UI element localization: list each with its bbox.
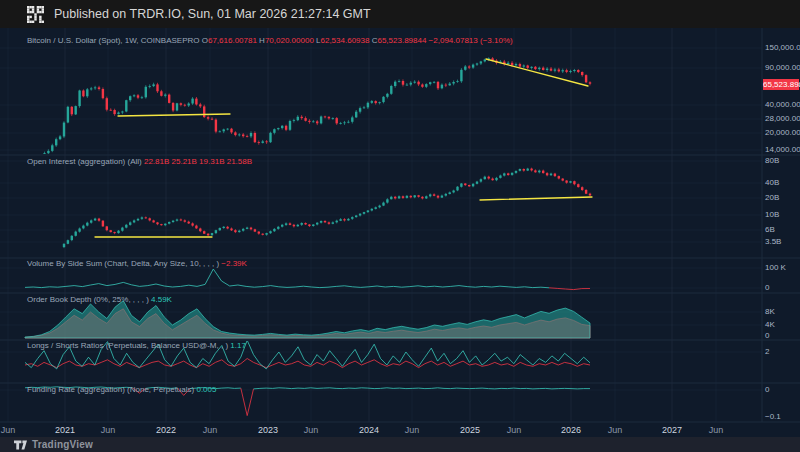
y-axis-label[interactable]: 14,000.00000 — [765, 146, 800, 154]
indicator-title: Order Book Depth (0%, 25%, , , , ) — [27, 295, 149, 304]
y-axis-label[interactable]: 20B — [765, 194, 779, 202]
time-axis-label[interactable]: Jun — [709, 426, 724, 435]
time-axis-label[interactable]: Jun — [203, 426, 218, 435]
legend-value: 70,020.00000 — [265, 36, 314, 45]
y-axis-label[interactable]: 0 — [765, 284, 769, 292]
legend-funding-rate[interactable]: Funding Rate (aggregation) (None, Perpet… — [27, 385, 216, 394]
indicator-title: Funding Rate (aggregation) (None, Perpet… — [27, 385, 194, 394]
trendline[interactable] — [118, 114, 230, 116]
y-axis-label[interactable]: 2 — [765, 348, 769, 356]
legend-value: O — [200, 36, 208, 45]
footer-bar: TradingView — [0, 437, 800, 452]
y-axis-label[interactable]: 80B — [765, 157, 779, 165]
legend-value: 21.58B — [224, 157, 252, 166]
y-axis-label[interactable]: 90,000.00000 — [765, 64, 800, 72]
symbol-title: Bitcoin / U.S. Dollar (Spot), 1W, COINBA… — [27, 36, 200, 45]
y-axis-label[interactable]: 4K — [765, 321, 775, 329]
time-axis-label[interactable]: Jun — [507, 426, 522, 435]
tradingview-logo-icon[interactable] — [14, 440, 27, 450]
y-axis-label[interactable]: 150,000.00000 — [765, 44, 800, 52]
time-axis-label[interactable]: 2023 — [258, 426, 278, 435]
y-axis-label[interactable]: 28,000.00000 — [765, 115, 800, 123]
last-price-tag: 65,523.89844 — [763, 79, 799, 90]
time-axis-label[interactable]: Jun — [304, 426, 319, 435]
legend-open-interest[interactable]: Open Interest (aggregation) (All) 22.81B… — [27, 157, 252, 166]
legend-value: 19.31B — [197, 157, 225, 166]
y-axis-label[interactable]: 40,000.00000 — [765, 101, 800, 109]
y-axis-label[interactable]: 0 — [765, 386, 769, 394]
legend-value: 25.21B — [169, 157, 197, 166]
legend-value: −2,094.07813 (−3.10%) — [426, 36, 512, 45]
legend-value: 65,523.89844 — [377, 36, 426, 45]
legend-value: 67,616.00781 — [208, 36, 257, 45]
indicator-title: Open Interest (aggregation) (All) — [27, 157, 142, 166]
legend-value: −2.39K — [219, 259, 247, 268]
y-axis-label[interactable]: 20,000.00000 — [765, 129, 800, 137]
tradingview-brand[interactable]: TradingView — [32, 439, 93, 450]
y-axis-label[interactable]: 10B — [765, 211, 779, 219]
legend-longs-shorts-ratios[interactable]: Longs / Shorts Ratios (Perpetuals, Balan… — [27, 341, 246, 350]
published-title: Published on TRDR.IO, Sun, 01 Mar 2026 2… — [54, 7, 371, 21]
trendline[interactable] — [486, 59, 588, 86]
y-axis-label[interactable]: 0 — [765, 332, 769, 340]
time-axis-label[interactable]: 2022 — [156, 426, 176, 435]
time-axis-label[interactable]: Jun — [1, 426, 16, 435]
y-axis-label[interactable]: 8K — [765, 308, 775, 316]
qr-icon — [27, 6, 44, 23]
y-axis-label[interactable]: 100 K — [765, 264, 786, 272]
legend-value: L — [314, 36, 321, 45]
legend-value: H — [257, 36, 265, 45]
time-axis-label[interactable]: 2024 — [359, 426, 379, 435]
time-axis-label[interactable]: Jun — [101, 426, 116, 435]
legend-volume-by-side[interactable]: Volume By Side Sum (Chart, Delta, Any Si… — [27, 259, 247, 268]
header-bar: Published on TRDR.IO, Sun, 01 Mar 2026 2… — [0, 0, 800, 28]
legend-order-book-depth[interactable]: Order Book Depth (0%, 25%, , , , ) 4.59K — [27, 295, 172, 304]
legend-value: 4.59K — [149, 295, 172, 304]
legend-value: 0.005 — [194, 385, 216, 394]
legend-value: 1.17 — [228, 341, 246, 350]
y-axis-label[interactable]: 40B — [765, 179, 779, 187]
time-axis-label[interactable]: Jun — [608, 426, 623, 435]
y-axis-label[interactable]: 6B — [765, 226, 775, 234]
indicator-title: Longs / Shorts Ratios (Perpetuals, Balan… — [27, 341, 228, 350]
time-axis-label[interactable]: 2026 — [561, 426, 581, 435]
time-axis-label[interactable]: Jun — [405, 426, 420, 435]
y-axis-label[interactable]: 3.5B — [765, 238, 781, 246]
y-axis-label[interactable]: −0.1 — [765, 413, 781, 421]
time-axis-label[interactable]: 2025 — [460, 426, 480, 435]
trdr-published-chart: Bitcoin / U.S. Dollar (Spot), 1W, COINBA… — [0, 0, 800, 452]
indicator-title: Volume By Side Sum (Chart, Delta, Any Si… — [27, 259, 219, 268]
legend-price-pane[interactable]: Bitcoin / U.S. Dollar (Spot), 1W, COINBA… — [27, 36, 513, 45]
legend-value: 22.81B — [142, 157, 170, 166]
time-axis-label[interactable]: 2027 — [662, 426, 682, 435]
legend-value: 62,534.60938 — [321, 36, 370, 45]
time-axis-label[interactable]: 2021 — [55, 426, 75, 435]
